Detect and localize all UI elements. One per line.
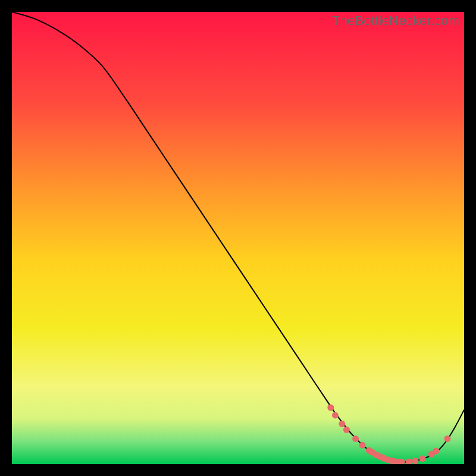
chart-svg <box>12 12 464 464</box>
marker-dot <box>359 442 366 449</box>
marker-dot <box>433 447 439 454</box>
chart-plot-area: TheBottleNecker.com <box>12 12 464 464</box>
marker-dot <box>327 405 334 411</box>
marker-dot <box>412 458 418 464</box>
watermark-text: TheBottleNecker.com <box>332 13 459 29</box>
marker-dot <box>332 412 339 418</box>
marker-dot <box>339 421 345 427</box>
marker-dot <box>419 455 426 462</box>
chart-frame: TheBottleNecker.com <box>0 0 476 476</box>
marker-dot <box>343 427 350 433</box>
marker-dot <box>444 436 450 442</box>
chart-background <box>12 12 464 464</box>
marker-dot <box>352 436 359 442</box>
